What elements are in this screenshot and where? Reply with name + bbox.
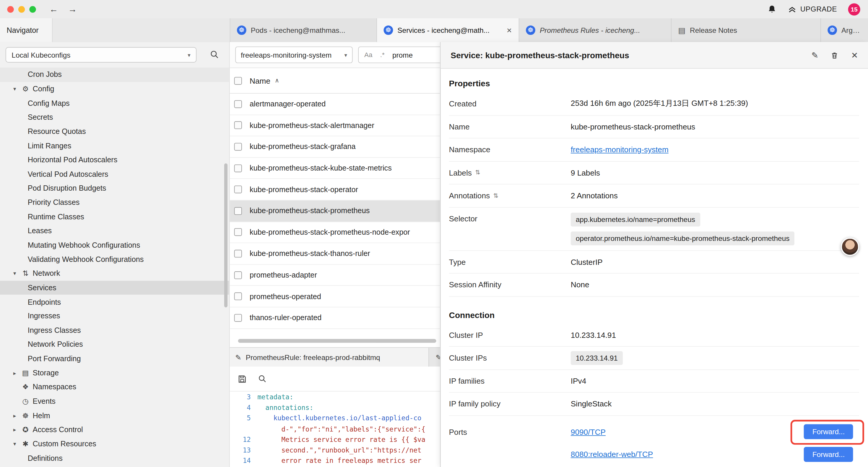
tab-release-notes[interactable]: ▤ Release Notes	[672, 18, 821, 42]
delete-trash-icon[interactable]	[831, 51, 839, 59]
row-checkbox[interactable]	[234, 293, 242, 300]
close-tab-icon[interactable]: ✕	[506, 26, 512, 34]
close-drawer-icon[interactable]: ✕	[851, 50, 858, 60]
tab-argo[interactable]: ☸ Argo S	[821, 18, 868, 42]
edit-pencil-icon[interactable]: ✎	[812, 50, 819, 60]
sidebar-item-helm[interactable]: ▸☸Helm	[0, 408, 229, 423]
regex-toggle[interactable]: .*	[380, 51, 385, 59]
notifications-bell-icon[interactable]	[767, 4, 776, 14]
sidebar-scrollbar[interactable]	[224, 164, 227, 308]
sidebar-item-custom-resources[interactable]: ▾✱Custom Resources	[0, 437, 229, 451]
sidebar-item-port-forwarding[interactable]: Port Forwarding	[0, 351, 229, 366]
table-row[interactable]: kube-prometheus-stack-thanos-ruler	[230, 243, 440, 265]
sidebar-item-network[interactable]: ▾⇅Network	[0, 266, 229, 281]
upgrade-button[interactable]: UPGRADE	[788, 5, 837, 13]
namespace-selector[interactable]: freeleaps-monitoring-system ▾	[235, 47, 352, 63]
editor-search-icon[interactable]	[258, 375, 267, 383]
sidebar-search-icon[interactable]	[210, 50, 219, 59]
kubeconfig-selector[interactable]: Local Kubeconfigs ▾	[6, 47, 196, 62]
match-case-toggle[interactable]: Aa	[364, 51, 373, 59]
sidebar-item-pod-disruption-budgets[interactable]: Pod Disruption Budgets	[0, 181, 229, 195]
table-row[interactable]: prometheus-operated	[230, 286, 440, 307]
user-avatar[interactable]	[841, 238, 859, 256]
properties-section-heading: Properties	[449, 68, 859, 92]
tab-services[interactable]: ☸ Services - icecheng@math... ✕	[377, 18, 519, 42]
sidebar-item-resource-quotas[interactable]: Resource Quotas	[0, 124, 229, 139]
sidebar-item-leases[interactable]: Leases	[0, 224, 229, 238]
row-checkbox[interactable]	[234, 164, 242, 172]
forward-port-button[interactable]: Forward...	[804, 425, 853, 439]
row-checkbox[interactable]	[234, 121, 242, 129]
table-row[interactable]: kube-prometheus-stack-kube-state-metrics	[230, 158, 440, 179]
row-checkbox[interactable]	[234, 250, 242, 258]
row-checkbox[interactable]	[234, 185, 242, 193]
save-icon[interactable]	[238, 374, 247, 384]
labels-count[interactable]: 9 Labels	[571, 168, 600, 177]
sidebar-item-ingresses[interactable]: Ingresses	[0, 309, 229, 323]
sidebar-item-network-policies[interactable]: Network Policies	[0, 337, 229, 351]
table-row[interactable]: kube-prometheus-stack-operator	[230, 179, 440, 200]
drawer-title: Service: kube-prometheus-stack-prometheu…	[451, 51, 629, 60]
sidebar-item-config[interactable]: ▾⚙Config	[0, 82, 229, 96]
name-column-header[interactable]: Name	[250, 76, 270, 85]
sidebar-item-namespaces[interactable]: ❖Namespaces	[0, 380, 229, 394]
sidebar-item-secrets[interactable]: Secrets	[0, 110, 229, 124]
table-row[interactable]: kube-prometheus-stack-grafana	[230, 136, 440, 157]
yaml-editor[interactable]: 3metadata: 4 annotations: 5 kubectl.kube…	[230, 391, 440, 467]
tab-pods[interactable]: ☸ Pods - icecheng@mathmas...	[230, 18, 377, 42]
sidebar-item-endpoints[interactable]: Endpoints	[0, 295, 229, 309]
select-all-checkbox[interactable]	[234, 77, 242, 85]
row-checkbox[interactable]	[234, 143, 242, 150]
search-input[interactable]: Aa .* prome	[358, 47, 440, 63]
sort-ascending-icon[interactable]: ∧	[275, 77, 279, 84]
namespace-link[interactable]: freeleaps-monitoring-system	[571, 145, 669, 154]
table-row[interactable]: prometheus-adapter	[230, 265, 440, 286]
sidebar-item-events[interactable]: ◷Events	[0, 394, 229, 408]
code-line: second.","runbook_url":"https://net	[257, 446, 421, 454]
sidebar-item-runtime-classes[interactable]: Runtime Classes	[0, 209, 229, 224]
sidebar-item-services[interactable]: Services	[0, 281, 229, 295]
row-checkbox[interactable]	[234, 100, 242, 108]
table-row[interactable]: kube-prometheus-stack-alertmanager	[230, 115, 440, 136]
sidebar-item-horizontal-pod-autoscalers[interactable]: Horizontal Pod Autoscalers	[0, 153, 229, 167]
sidebar-item-mutating-webhook-configurations[interactable]: Mutating Webhook Configurations	[0, 238, 229, 252]
dock-tab-prometheusrule[interactable]: ✎ PrometheusRule: freeleaps-prod-rabbitm…	[230, 348, 429, 368]
forward-port-button[interactable]: Forward...	[804, 447, 853, 462]
table-row[interactable]: kube-prometheus-stack-prometheus-node-ex…	[230, 222, 440, 243]
forward-button[interactable]: →	[68, 4, 77, 14]
sort-updown-icon[interactable]: ⇅	[475, 169, 480, 176]
row-checkbox[interactable]	[234, 229, 242, 236]
sidebar-item-storage[interactable]: ▸▤Storage	[0, 366, 229, 380]
table-row[interactable]: thanos-ruler-operated	[230, 308, 440, 329]
notification-count-badge[interactable]: 15	[848, 3, 860, 15]
resource-tree: Cron Jobs ▾⚙Config Config Maps Secrets R…	[0, 68, 229, 465]
dock-tab-next[interactable]: ✎	[429, 348, 440, 368]
sidebar-item-ingress-classes[interactable]: Ingress Classes	[0, 323, 229, 337]
sidebar-item-priority-classes[interactable]: Priority Classes	[0, 195, 229, 209]
sidebar-item-limit-ranges[interactable]: Limit Ranges	[0, 139, 229, 153]
navigator-tab[interactable]: Navigator	[0, 18, 53, 42]
sidebar-item-config-maps[interactable]: Config Maps	[0, 96, 229, 110]
sidebar-item-cron-jobs[interactable]: Cron Jobs	[0, 68, 229, 82]
table-row[interactable]: alertmanager-operated	[230, 94, 440, 115]
back-button[interactable]: ←	[49, 4, 58, 14]
edit-pencil-icon: ✎	[235, 353, 241, 361]
horizontal-scrollbar[interactable]	[238, 339, 436, 343]
row-checkbox[interactable]	[234, 314, 242, 322]
port-link-8080[interactable]: 8080:reloader-web/TCP	[571, 450, 653, 459]
close-window-button[interactable]	[7, 6, 13, 12]
tab-prometheus-rules[interactable]: ☸ Prometheus Rules - icecheng...	[519, 18, 672, 42]
sidebar-item-vertical-pod-autoscalers[interactable]: Vertical Pod Autoscalers	[0, 167, 229, 181]
row-checkbox[interactable]	[234, 271, 242, 279]
custom-resources-icon: ✱	[21, 440, 30, 448]
sidebar-item-validating-webhook-configurations[interactable]: Validating Webhook Configurations	[0, 252, 229, 266]
annotations-count[interactable]: 2 Annotations	[571, 191, 618, 200]
table-row-selected[interactable]: kube-prometheus-stack-prometheus	[230, 200, 440, 222]
sidebar-item-definitions[interactable]: Definitions	[0, 451, 229, 465]
row-checkbox[interactable]	[234, 207, 242, 214]
minimize-window-button[interactable]	[18, 6, 25, 12]
zoom-window-button[interactable]	[29, 6, 36, 12]
sort-updown-icon[interactable]: ⇅	[493, 192, 498, 199]
sidebar-item-access-control[interactable]: ▸✪Access Control	[0, 423, 229, 437]
port-link-9090[interactable]: 9090/TCP	[571, 428, 606, 436]
